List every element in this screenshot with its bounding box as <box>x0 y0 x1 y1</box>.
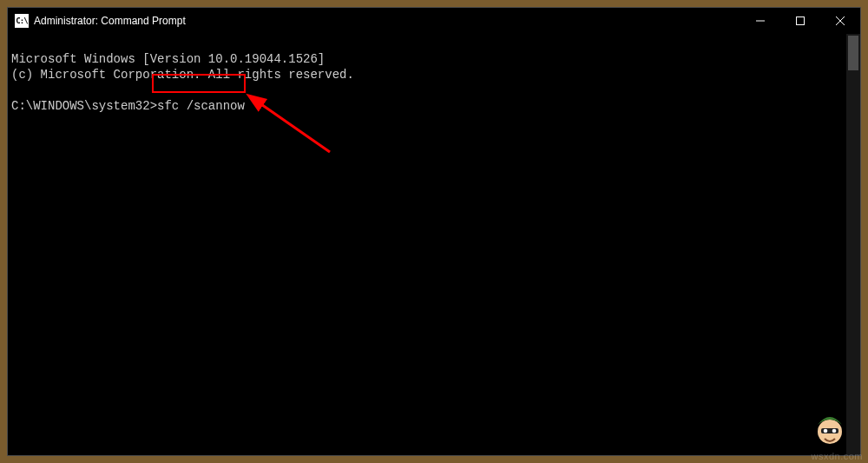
titlebar[interactable]: C:\ Administrator: Command Prompt <box>8 8 860 34</box>
cmd-icon: C:\ <box>15 14 29 28</box>
terminal-prompt: C:\WINDOWS\system32> <box>11 99 157 113</box>
maximize-button[interactable] <box>780 8 820 34</box>
terminal-area[interactable]: Microsoft Windows [Version 10.0.19044.15… <box>8 34 860 455</box>
command-prompt-window: C:\ Administrator: Command Prompt Micros… <box>7 7 861 456</box>
minimize-button[interactable] <box>740 8 780 34</box>
cmd-icon-text: C:\ <box>16 17 27 25</box>
watermark: wsxdn.com <box>811 451 863 461</box>
close-icon <box>836 17 845 25</box>
terminal-line: (c) Microsoft Corporation. All rights re… <box>11 68 354 82</box>
terminal-command[interactable]: sfc /scannow <box>157 99 245 113</box>
scrollbar-thumb[interactable] <box>848 36 858 70</box>
terminal-line: Microsoft Windows [Version 10.0.19044.15… <box>11 52 325 66</box>
close-button[interactable] <box>820 8 860 34</box>
maximize-icon <box>796 17 805 25</box>
svg-rect-1 <box>797 17 805 25</box>
minimize-icon <box>756 17 765 25</box>
scrollbar[interactable] <box>846 34 860 455</box>
window-title: Administrator: Command Prompt <box>34 15 186 27</box>
